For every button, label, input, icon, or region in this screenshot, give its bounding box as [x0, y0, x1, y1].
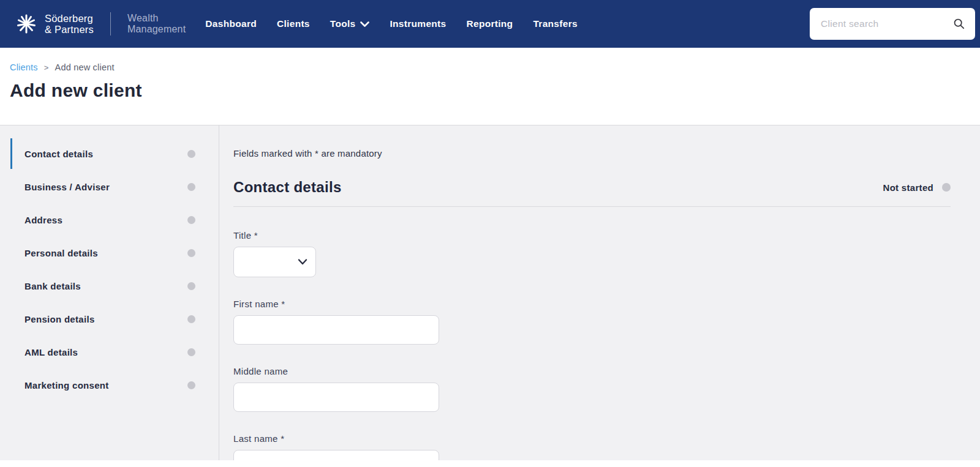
nav-item-tools[interactable]: Tools [330, 18, 370, 30]
status-dot [187, 183, 195, 191]
sidebar-item-label: Pension details [24, 314, 95, 324]
first-name-input[interactable] [233, 315, 439, 345]
section-status: Not started [883, 182, 951, 193]
client-search-input[interactable] [810, 8, 975, 40]
sidebar-item-label: Address [24, 215, 62, 225]
sidebar-item-label: Business / Adviser [24, 182, 110, 192]
nav-item-label: Reporting [467, 18, 513, 29]
nav-item-label: Clients [277, 18, 310, 29]
content-area: Contact details Business / Adviser Addre… [0, 125, 980, 460]
section-head: Contact details Not started [233, 179, 951, 196]
sidebar-item-label: Bank details [24, 281, 81, 291]
app-header: Söderberg & Partners Wealth Management D… [0, 0, 980, 48]
nav-item-instruments[interactable]: Instruments [390, 18, 446, 29]
nav-item-clients[interactable]: Clients [277, 18, 310, 29]
status-dot [187, 381, 195, 389]
nav-item-dashboard[interactable]: Dashboard [205, 18, 257, 29]
brand-divider [110, 12, 111, 35]
sidebar-item-address[interactable]: Address [0, 203, 219, 236]
section-status-label: Not started [883, 182, 933, 193]
sidebar-item-pension-details[interactable]: Pension details [0, 302, 219, 335]
sidebar-item-label: Marketing consent [24, 380, 109, 390]
nav-item-label: Dashboard [205, 18, 257, 29]
status-dot [187, 348, 195, 356]
title-select-wrap [233, 247, 316, 277]
breadcrumb-current: Add new client [55, 62, 115, 72]
sidebar-item-bank-details[interactable]: Bank details [0, 269, 219, 302]
brand-division-line2: Management [127, 24, 186, 35]
brand-name-line2: & Partners [45, 24, 94, 35]
status-dot [187, 282, 195, 290]
sidebar-item-contact-details[interactable]: Contact details [0, 137, 219, 170]
nav-item-transfers[interactable]: Transfers [533, 18, 578, 29]
breadcrumb: Clients > Add new client [10, 62, 970, 72]
first-name-label: First name * [233, 299, 951, 309]
brand-division-line1: Wealth [127, 13, 186, 24]
sidebar-item-label: Personal details [24, 248, 98, 258]
middle-name-input[interactable] [233, 383, 439, 412]
status-dot [187, 315, 195, 323]
last-name-label: Last name * [233, 433, 951, 444]
section-title: Contact details [233, 179, 342, 196]
soderberg-rosette-icon [16, 12, 37, 35]
search-icon[interactable] [953, 18, 965, 30]
contact-details-form: Title * First name * Middle name [233, 230, 951, 460]
breadcrumb-separator: > [44, 63, 49, 72]
main-panel: Fields marked with * are mandatory Conta… [219, 125, 980, 460]
status-dot [187, 249, 195, 257]
field-group-title: Title * [233, 230, 951, 277]
sidebar-item-marketing-consent[interactable]: Marketing consent [0, 368, 219, 402]
last-name-input[interactable] [233, 450, 439, 460]
brand-division: Wealth Management [127, 13, 186, 35]
brand-name: Söderberg & Partners [45, 13, 94, 35]
middle-name-label: Middle name [233, 366, 951, 376]
field-group-middle-name: Middle name [233, 366, 951, 412]
page-head: Clients > Add new client Add new client [0, 48, 980, 125]
status-dot [187, 150, 195, 158]
section-divider [233, 206, 951, 207]
sidebar-item-label: Contact details [24, 149, 93, 159]
client-search [810, 8, 975, 40]
form-stepper-sidebar: Contact details Business / Adviser Addre… [0, 125, 219, 460]
nav-item-label: Transfers [533, 18, 578, 29]
title-label: Title * [233, 230, 951, 241]
nav-item-label: Instruments [390, 18, 446, 29]
title-select[interactable] [233, 247, 316, 277]
field-group-last-name: Last name * [233, 433, 951, 460]
sidebar-item-business-adviser[interactable]: Business / Adviser [0, 170, 219, 203]
breadcrumb-link-clients[interactable]: Clients [10, 62, 38, 72]
page-title: Add new client [10, 80, 970, 101]
status-dot [942, 183, 951, 192]
brand-logo[interactable]: Söderberg & Partners Wealth Management [16, 12, 186, 35]
main-nav: Dashboard Clients Tools Instruments Repo… [205, 18, 578, 30]
mandatory-note: Fields marked with * are mandatory [233, 148, 951, 159]
field-group-first-name: First name * [233, 299, 951, 345]
chevron-down-icon [360, 19, 369, 30]
sidebar-item-personal-details[interactable]: Personal details [0, 236, 219, 269]
nav-item-label: Tools [330, 18, 356, 29]
nav-item-reporting[interactable]: Reporting [467, 18, 513, 29]
status-dot [187, 216, 195, 224]
sidebar-item-aml-details[interactable]: AML details [0, 335, 219, 368]
sidebar-item-label: AML details [24, 347, 78, 357]
brand-name-line1: Söderberg [45, 13, 94, 24]
